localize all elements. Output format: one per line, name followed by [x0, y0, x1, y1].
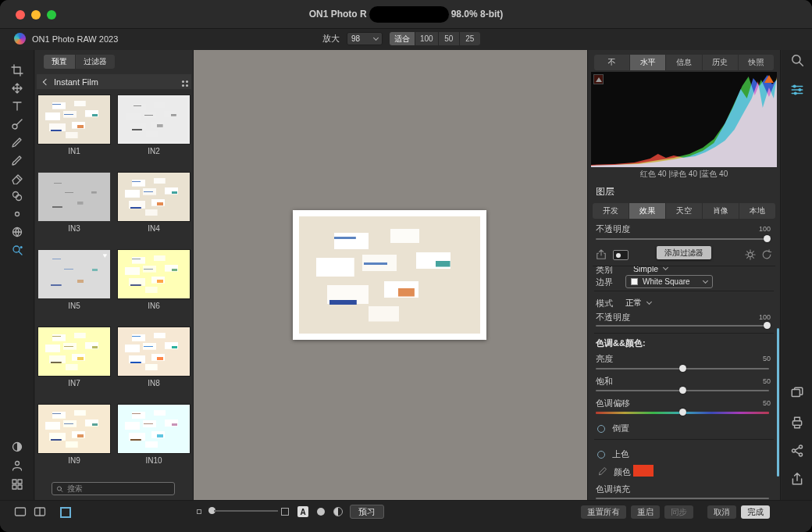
- edit-adjustments-icon[interactable]: [790, 83, 804, 97]
- filter-border-select[interactable]: White Square: [625, 275, 713, 288]
- export-icon[interactable]: [790, 472, 804, 486]
- zoom-25-button[interactable]: 25: [460, 32, 480, 45]
- zoom-100-button[interactable]: 100: [415, 32, 438, 45]
- tab-portrait[interactable]: 肖像: [703, 203, 739, 219]
- printer-icon[interactable]: [790, 416, 804, 430]
- colorize-option[interactable]: 上色: [597, 448, 629, 460]
- paint-tool-icon[interactable]: [11, 154, 23, 166]
- browse-search-icon[interactable]: [790, 53, 804, 67]
- favorite-heart-icon[interactable]: ♥: [103, 252, 107, 259]
- preset-item[interactable]: IN7: [38, 327, 110, 388]
- preset-item[interactable]: IN2: [118, 95, 190, 156]
- preset-item[interactable]: IN6: [118, 250, 190, 311]
- tone-fill-slider[interactable]: [596, 498, 769, 499]
- saturation-slider[interactable]: [596, 390, 769, 391]
- shadow-clipping-icon[interactable]: [593, 74, 604, 84]
- eyedropper-pencil-icon[interactable]: [598, 466, 607, 476]
- search-input[interactable]: [67, 484, 170, 493]
- radio-icon[interactable]: [597, 451, 605, 459]
- filter-category-select[interactable]: Simple: [633, 266, 668, 273]
- restart-button[interactable]: 重启: [631, 505, 660, 519]
- focus-mask-icon[interactable]: [317, 508, 325, 516]
- reset-all-button[interactable]: 重置所有: [581, 505, 626, 519]
- preset-thumbnail[interactable]: [38, 250, 110, 298]
- preset-item[interactable]: IN4: [118, 173, 190, 234]
- zoom-value-select[interactable]: 98: [347, 32, 383, 45]
- photos-stack-icon[interactable]: [790, 386, 804, 400]
- eraser-tool-icon[interactable]: [11, 172, 23, 184]
- single-view-icon[interactable]: [14, 505, 27, 518]
- preset-item[interactable]: IN8: [118, 327, 190, 388]
- photo-preview[interactable]: [293, 210, 486, 340]
- preview-button[interactable]: 预习: [350, 505, 384, 519]
- export-layer-icon[interactable]: [596, 249, 607, 260]
- filter-opacity-slider[interactable]: [596, 325, 769, 327]
- crop-overlay-icon[interactable]: [281, 508, 289, 516]
- move-tool-icon[interactable]: [11, 82, 23, 95]
- gear-icon[interactable]: [745, 249, 756, 260]
- brush-tool-icon[interactable]: [11, 136, 23, 148]
- grid-tool-icon[interactable]: [11, 478, 23, 491]
- hue-shift-slider[interactable]: [596, 412, 769, 414]
- preset-thumbnail[interactable]: [38, 95, 110, 144]
- text-tool-icon[interactable]: [11, 100, 23, 112]
- maximize-button[interactable]: [47, 10, 56, 20]
- blend-mode-select[interactable]: 正常: [625, 298, 651, 309]
- grid-view-icon[interactable]: [182, 80, 184, 83]
- zoom-50-button[interactable]: 50: [439, 32, 459, 45]
- preset-thumbnail[interactable]: [38, 173, 110, 221]
- mask-view-icon[interactable]: [11, 441, 23, 453]
- clone-tool-icon[interactable]: [11, 190, 23, 202]
- preset-item[interactable]: IN9: [38, 405, 110, 466]
- slider-knob[interactable]: [764, 322, 771, 329]
- healing-tool-icon[interactable]: [11, 118, 23, 130]
- close-button[interactable]: [16, 10, 25, 20]
- minimize-button[interactable]: [31, 10, 41, 20]
- portrait-tool-icon[interactable]: [11, 459, 23, 472]
- slider-knob[interactable]: [679, 387, 686, 394]
- tab-filters[interactable]: 过滤器: [76, 55, 115, 69]
- sync-button[interactable]: 同步: [664, 505, 693, 519]
- share-nodes-icon[interactable]: [790, 444, 804, 458]
- compare-view-icon[interactable]: [34, 505, 46, 518]
- tab-none[interactable]: 不: [594, 55, 629, 70]
- cancel-button[interactable]: 取消: [707, 505, 736, 519]
- color-swatch[interactable]: [633, 465, 654, 477]
- preset-thumbnail[interactable]: [118, 405, 190, 453]
- thumbnail-size-small-icon[interactable]: [197, 509, 201, 514]
- tab-local[interactable]: 本地: [739, 203, 775, 219]
- crop-tool-icon[interactable]: [11, 64, 23, 77]
- preset-thumbnail[interactable]: [38, 327, 110, 376]
- background-color-swatch[interactable]: [60, 507, 71, 518]
- canvas-area[interactable]: [194, 50, 587, 500]
- preset-thumbnail[interactable]: [118, 327, 190, 376]
- tab-develop[interactable]: 开发: [593, 203, 629, 219]
- preset-category-header[interactable]: Instant Film: [37, 74, 191, 89]
- preset-thumbnail[interactable]: [118, 173, 190, 221]
- tab-sky[interactable]: 天空: [666, 203, 702, 219]
- preset-thumbnail[interactable]: [118, 95, 190, 144]
- super-select-tool-icon[interactable]: [11, 244, 23, 256]
- layer-opacity-slider[interactable]: [596, 238, 769, 240]
- preset-item[interactable]: IN10: [118, 405, 190, 466]
- add-filter-button[interactable]: 添加过滤器: [657, 246, 711, 259]
- invert-option[interactable]: 倒置: [597, 423, 629, 434]
- preset-item[interactable]: IN1: [38, 95, 110, 156]
- slider-knob[interactable]: [679, 365, 686, 372]
- preset-thumbnail[interactable]: [38, 405, 110, 453]
- slider-knob[interactable]: [764, 235, 771, 242]
- brightness-slider[interactable]: [596, 368, 769, 370]
- tab-history[interactable]: 历史: [703, 55, 738, 70]
- tab-snapshots[interactable]: 快照: [739, 55, 774, 70]
- thumbnail-size-slider-track[interactable]: [214, 510, 278, 512]
- split-preview-icon[interactable]: [333, 507, 343, 516]
- tab-levels[interactable]: 水平: [630, 55, 665, 70]
- preset-thumbnail[interactable]: [118, 250, 190, 298]
- text-overlay-icon[interactable]: A: [297, 506, 308, 517]
- globe-tool-icon[interactable]: [11, 226, 23, 238]
- tab-effects[interactable]: 效果: [629, 203, 665, 219]
- preset-item[interactable]: ♥ IN5: [38, 250, 110, 311]
- slider-knob[interactable]: [679, 409, 686, 416]
- preset-search-box[interactable]: [52, 482, 175, 495]
- tab-info[interactable]: 信息: [666, 55, 701, 70]
